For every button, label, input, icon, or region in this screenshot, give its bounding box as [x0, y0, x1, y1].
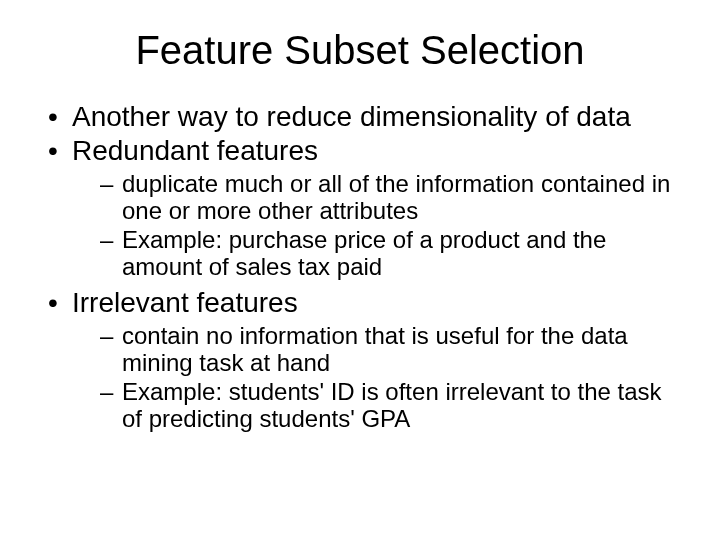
bullet-text: Irrelevant features [72, 287, 298, 318]
sub-bullet-text: duplicate much or all of the information… [122, 170, 670, 224]
list-item: contain no information that is useful fo… [100, 323, 680, 377]
sub-list: contain no information that is useful fo… [72, 323, 680, 433]
sub-bullet-text: contain no information that is useful fo… [122, 322, 628, 376]
list-item: Irrelevant features contain no informati… [48, 287, 680, 433]
bullet-text: Another way to reduce dimensionality of … [72, 101, 631, 132]
list-item: Example: students' ID is often irrelevan… [100, 379, 680, 433]
list-item: Example: purchase price of a product and… [100, 227, 680, 281]
list-item: duplicate much or all of the information… [100, 171, 680, 225]
bullet-text: Redundant features [72, 135, 318, 166]
slide: Feature Subset Selection Another way to … [0, 0, 720, 540]
list-item: Another way to reduce dimensionality of … [48, 101, 680, 133]
bullet-list: Another way to reduce dimensionality of … [40, 101, 680, 433]
sub-bullet-text: Example: purchase price of a product and… [122, 226, 606, 280]
slide-title: Feature Subset Selection [40, 28, 680, 73]
sub-bullet-text: Example: students' ID is often irrelevan… [122, 378, 662, 432]
list-item: Redundant features duplicate much or all… [48, 135, 680, 281]
sub-list: duplicate much or all of the information… [72, 171, 680, 281]
